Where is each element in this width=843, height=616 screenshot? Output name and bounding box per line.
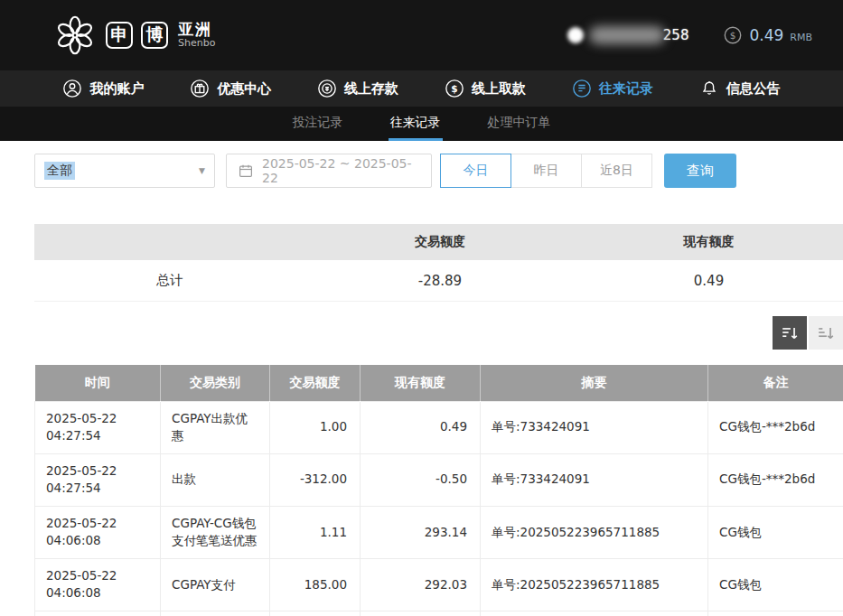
- nav-item-label: 信息公告: [726, 80, 781, 98]
- nav-item-records[interactable]: 往来记录: [572, 79, 653, 98]
- table-row: 2025-05-22 04:06:08CGPAY支付185.00292.03单号…: [35, 558, 843, 611]
- main-nav: 我的账户优惠中心线上存款$线上取款往来记录信息公告: [0, 70, 843, 107]
- summary-total-row: 总计 -28.89 0.49: [34, 260, 843, 302]
- table-cell: CGPAY出款优惠: [161, 401, 270, 453]
- summary-table: 交易额度 现有额度 总计 -28.89 0.49: [34, 224, 843, 302]
- table-cell: 107.03: [361, 611, 481, 616]
- nav-item-deposit[interactable]: 线上存款: [317, 79, 398, 98]
- search-button[interactable]: 查询: [664, 154, 736, 188]
- table-cell: -0.50: [361, 453, 481, 506]
- table-cell: 电子钱包月月返现_0520: [481, 611, 708, 616]
- nav-item-account[interactable]: 我的账户: [62, 79, 144, 98]
- table-cell: 单号:202505223965711885: [481, 558, 708, 611]
- brand-region: 亚洲: [178, 21, 215, 39]
- table-cell: CGPAY-CG钱包支付笔笔送优惠: [161, 506, 270, 558]
- transactions-table: 时间交易类别交易额度现有额度摘要备注 2025-05-22 04:27:54CG…: [34, 365, 843, 616]
- table-cell: CGPAY支付: [161, 558, 270, 611]
- table-cell: 1.00: [270, 401, 361, 453]
- quick-date-button-2[interactable]: 近8日: [581, 154, 652, 188]
- table-row: 2025-05-22 04:04:21存款/取款/打码/损益28.00107.0…: [35, 611, 843, 616]
- table-cell: CG钱包-***2b6d: [708, 453, 843, 506]
- bell-icon: [699, 79, 719, 98]
- nav-item-label: 优惠中心: [217, 80, 271, 98]
- account-info[interactable]: 258: [567, 26, 689, 44]
- filter-bar: 全部 ▼ 2025-05-22 ~ 2025-05-22 今日昨日近8日 查询: [34, 154, 843, 188]
- column-header: 时间: [35, 365, 161, 401]
- subnav-tab-2[interactable]: 处理中订单: [486, 107, 553, 141]
- user-icon: [62, 79, 82, 98]
- type-select[interactable]: 全部 ▼: [34, 154, 215, 188]
- brand-char-1: 申: [106, 22, 133, 49]
- table-cell: -312.00: [270, 453, 361, 506]
- table-cell: 2025-05-22 04:06:08: [35, 558, 161, 611]
- table-cell: 2025-05-22 04:06:08: [35, 506, 161, 558]
- column-header: 备注: [708, 365, 843, 401]
- table-cell: 2025-05-22 04:27:54: [35, 401, 161, 453]
- table-cell: 单号:733424091: [481, 401, 708, 453]
- gift-icon: [190, 79, 210, 98]
- table-cell: 2025-05-22 04:27:54: [35, 453, 161, 506]
- quick-date-button-0[interactable]: 今日: [440, 154, 511, 188]
- chevron-down-icon: ▼: [199, 166, 205, 175]
- type-select-value: 全部: [44, 162, 75, 180]
- subnav-tab-0[interactable]: 投注记录: [291, 107, 345, 141]
- table-row: 2025-05-22 04:27:54出款-312.00-0.50单号:7334…: [35, 453, 843, 506]
- column-header: 现有额度: [361, 365, 481, 401]
- summary-header-balance: 现有额度: [575, 234, 843, 250]
- sort-controls: [0, 316, 843, 350]
- table-cell: 185.00: [270, 558, 361, 611]
- svg-text:$: $: [451, 83, 457, 94]
- balance-amount: 0.49: [749, 26, 783, 44]
- table-cell: 28.00: [270, 611, 361, 616]
- table-cell: 1.11: [270, 506, 361, 558]
- column-header: 摘要: [481, 365, 708, 401]
- balance-currency: RMB: [790, 32, 812, 43]
- summary-total-label: 总计: [34, 272, 305, 289]
- subnav-tab-1[interactable]: 往来记录: [389, 107, 443, 141]
- table-cell: 0.49: [361, 401, 481, 453]
- table-cell: [708, 611, 843, 616]
- column-header: 交易额度: [270, 365, 361, 401]
- quick-date-button-1[interactable]: 昨日: [510, 154, 582, 188]
- column-header: 交易类别: [161, 365, 270, 401]
- table-cell: 293.14: [361, 506, 481, 558]
- table-cell: CG钱包: [708, 558, 843, 611]
- table-header-row: 时间交易类别交易额度现有额度摘要备注: [35, 365, 843, 401]
- svg-text:$: $: [730, 30, 736, 41]
- nav-item-withdraw[interactable]: $线上取款: [445, 79, 526, 98]
- table-cell: CG钱包: [708, 506, 843, 558]
- brand-char-2: 博: [141, 22, 168, 49]
- document-icon: [572, 79, 592, 98]
- summary-header-row: 交易额度 现有额度: [34, 224, 843, 260]
- top-header: 申 博 亚洲 Shenbo 258 $ 0.49 RMB: [0, 0, 843, 70]
- content-area: 全部 ▼ 2025-05-22 ~ 2025-05-22 今日昨日近8日 查询 …: [0, 154, 843, 616]
- nav-item-promo[interactable]: 优惠中心: [190, 79, 271, 98]
- sort-descending-button[interactable]: [773, 316, 807, 350]
- coin-icon: [317, 79, 337, 98]
- flower-logo-icon: [52, 13, 98, 58]
- sort-ascending-button[interactable]: [809, 316, 843, 350]
- nav-item-label: 线上存款: [344, 80, 398, 98]
- table-cell: 单号:202505223965711885: [481, 506, 708, 558]
- table-cell: 2025-05-22 04:04:21: [35, 611, 161, 616]
- brand-logo[interactable]: 申 博 亚洲 Shenbo: [52, 13, 215, 58]
- date-range-picker[interactable]: 2025-05-22 ~ 2025-05-22: [226, 154, 432, 188]
- table-cell: 单号:733424091: [481, 453, 708, 506]
- avatar: [567, 27, 584, 43]
- dollar-circle-icon: $: [723, 25, 743, 45]
- brand-subtitle: Shenbo: [178, 38, 215, 50]
- nav-item-label: 我的账户: [89, 80, 144, 98]
- nav-item-label: 线上取款: [472, 80, 526, 98]
- transactions-body: 2025-05-22 04:27:54CGPAY出款优惠1.000.49单号:7…: [35, 401, 843, 616]
- sub-nav: 投注记录往来记录处理中订单: [0, 107, 843, 141]
- table-cell: 292.03: [361, 558, 481, 611]
- nav-item-news[interactable]: 信息公告: [699, 79, 781, 98]
- table-cell: 出款: [161, 453, 270, 506]
- summary-trade-amount: -28.89: [305, 273, 575, 289]
- table-row: 2025-05-22 04:06:08CGPAY-CG钱包支付笔笔送优惠1.11…: [35, 506, 843, 558]
- calendar-icon: [238, 163, 254, 179]
- account-suffix: 258: [663, 27, 689, 43]
- table-row: 2025-05-22 04:27:54CGPAY出款优惠1.000.49单号:7…: [35, 401, 843, 453]
- quick-date-buttons: 今日昨日近8日: [441, 154, 652, 188]
- balance[interactable]: $ 0.49 RMB: [723, 25, 812, 45]
